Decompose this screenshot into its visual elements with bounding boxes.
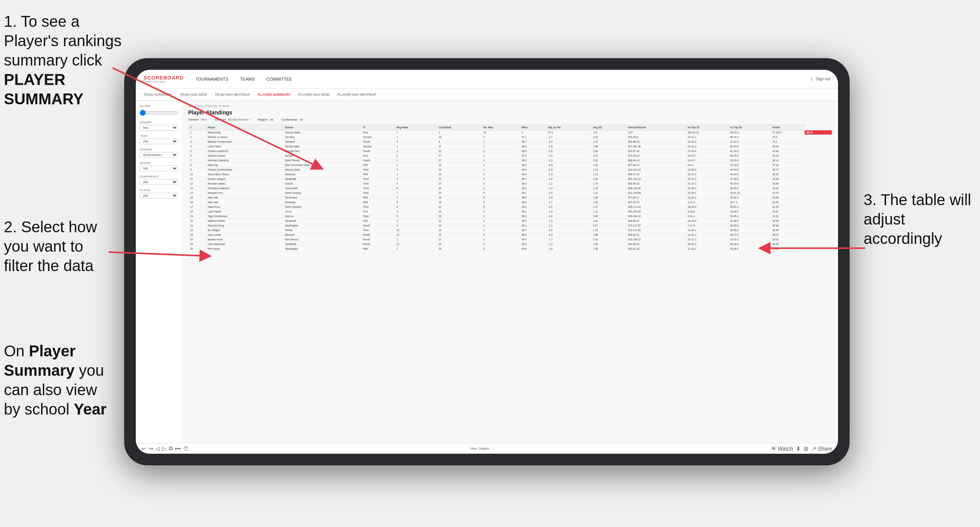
table-row[interactable]: 20Matthew RiedelVanderbiltFifth922368.5-… [189,219,832,223]
annotation-1-number: 1. [4,13,17,30]
table-cell: 26-25-3 [686,205,728,209]
annotation-right: 3. The table will adjust accordingly [864,190,976,248]
table-cell: 40.89 [770,149,805,154]
table-cell: 22-22-0 [728,140,770,144]
table-cell: 68.5 [520,195,546,200]
table-cell: Third [361,228,395,233]
col-no-rds: No. Rds. [482,125,520,130]
table-row[interactable]: 25Cole SherwoodVanderbiltFourth1223169.3… [189,242,832,247]
table-row[interactable]: 12Brendan ValdesAuburnThird527068.4-1.11… [189,181,832,186]
table-row[interactable]: 5Christo LamprechtGeorgia TechFourth2212… [189,149,832,154]
table-cell: 15 [189,195,206,200]
sidebar-player-select[interactable]: (All) [140,193,178,199]
table-cell: -1.8 [546,209,591,214]
sidebar-conference-select[interactable]: (All) [140,179,178,185]
sub-nav-player-h2h-grid[interactable]: PLAYER H2H GRID [298,93,329,97]
table-cell: 2.01 [591,158,626,163]
table-row[interactable]: 4Luke ClatonFlorida StateSecond127268.2-… [189,144,832,149]
table-cell: 11 [395,233,437,237]
table-row[interactable]: 3Michael ThorbjornsenStanfordFourth28168… [189,140,832,144]
table-cell: 7 [395,247,437,251]
redo-button[interactable]: ↪ [149,446,153,452]
more-button[interactable]: ••• [175,446,181,452]
table-row[interactable]: 10Jacob Skov OlesenArkansasFifth123068.4… [189,172,832,177]
table-row[interactable]: 22Ian GilliganFloridaThird1024168.7-0.81… [189,228,832,233]
table-cell: Fourth [361,158,395,163]
table-cell: -3.2 [591,130,626,135]
table-cell: 1.92 [591,200,626,205]
table-cell: 16 [189,200,206,205]
table-cell: -0.8 [546,177,591,181]
sub-nav-team-h2h-grid[interactable]: TEAM H2H GRID [180,93,207,97]
table-row[interactable]: 15Jake HallTennesseeFifth718068.5-1.51.6… [189,195,832,200]
table-row[interactable]: 17David FordNorth CarolinaThird421069.0-… [189,205,832,209]
table-row[interactable]: 9Preston SummerhaysArizona StateThird324… [189,168,832,172]
table-row[interactable]: 18Luke PowellUCLAFirst424069.1-1.81.1250… [189,209,832,214]
table-cell: 1.12 [591,209,626,214]
table-cell: Michael Le Sasso [206,135,283,140]
sidebar-division-select[interactable]: NCAA Division I [140,152,178,158]
table-cell: 50-18-5 [728,181,770,186]
table-row[interactable]: 21Taehoon SongWashingtonFourth423169.1-1… [189,223,832,228]
table-row[interactable]: 8Mats EgeEast Tennessee StateFifth124268… [189,163,832,168]
table-cell: Fifth [361,219,395,223]
table-cell: 562-82-23 [626,247,686,251]
table-cell: 69.4 [520,237,546,242]
table-cell: 514-111-52 [626,228,686,233]
sub-nav-team-h2h-heatmap[interactable]: TEAM H2H HEATMAP [215,93,250,97]
sidebar-region-select[interactable]: N/A [140,166,178,171]
sidebar-year-label: Year [140,135,178,137]
nav-item-teams[interactable]: TEAMS [240,75,255,83]
table-row[interactable]: 13Phichaksn MaichonTexas A&MThird630169.… [189,186,832,191]
sub-nav-player-h2h-heatmap[interactable]: PLAYER H2H HEATMAP [337,93,376,97]
sub-nav-player-summary[interactable]: PLAYER SUMMARY [258,93,291,97]
sub-nav-team-summary[interactable]: TEAM SUMMARY [144,93,172,97]
table-row[interactable]: 26Petr HrubyWashingtonFifth725068.6-1.61… [189,247,832,251]
clock-button[interactable]: ⏱ [183,446,189,452]
table-row[interactable]: 7Nicholas GabrelcikNorth FloridaFourth12… [189,158,832,163]
table-cell: 25 [189,242,206,247]
table-cell: Preston Summerhays [206,168,283,172]
content-area: No Rds. Gender Men Year (All) Divisio [136,101,838,443]
back-button[interactable]: ◁ [156,446,160,452]
table-cell: Fourth [361,223,395,228]
table-row[interactable]: 24Bastien AmatNew MexicoFourth127269.4-1… [189,237,832,242]
table-cell: East Tennessee State [283,163,361,168]
table-row[interactable]: 16Alex GoffKentuckyFifth919068.3-1.71.92… [189,200,832,205]
table-cell: Jackson Koivun [206,154,283,158]
table-cell: 1 [482,154,520,158]
table-cell: 67.1 [520,135,546,140]
sidebar-gender-select[interactable]: Men [140,125,178,131]
table-cell: 1.65 [591,242,626,247]
table-row[interactable]: 2Michael Le SassoOle MissSecond118067.1-… [189,135,832,140]
table-cell: 1.56 [591,247,626,251]
nav-item-committee[interactable]: COMMITTEE [267,75,292,83]
table-cell: 27 [437,154,482,158]
watch-button[interactable]: 👁 Watch [771,446,793,452]
table-row[interactable]: 1Wenyi DingArizona StateFirst1115167.1-3… [189,130,832,135]
copy-button[interactable]: ⧉ [169,445,173,452]
table-cell: 1 [482,223,520,228]
table-cell: 208-86-13 [626,140,686,144]
grid-button[interactable]: ⊞ [804,446,809,452]
table-row[interactable]: 19Tiger ChristensenArizonaThird523269.2-… [189,214,832,219]
table-cell: 20-14-1 [686,172,728,177]
table-row[interactable]: 6Jackson KoivunAuburnFirst227167.3-2.02.… [189,154,832,158]
sign-out-link[interactable]: Sign out [816,77,830,81]
table-cell: 50-19-9 [728,154,770,158]
table-row[interactable]: 23Jack LundinMissouriFourth1124068.6-2.3… [189,233,832,237]
nav-item-tournaments[interactable]: TOURNAMENTS [196,75,229,83]
table-cell: 377-82-17 [626,195,686,200]
table-cell: 31.81 [770,214,805,219]
table-row[interactable]: 11Gordon SargentVanderbiltThird421068.7-… [189,177,832,181]
forward-button[interactable]: ▷ [162,446,166,452]
table-cell: 26-23-1 [686,242,728,247]
table-cell: Texas A&M [283,186,361,191]
table-cell: 14 [189,191,206,195]
table-row[interactable]: 14Maxwell FordNorth CarolinaThird723069.… [189,191,832,195]
sidebar-year-select[interactable]: (All) [140,138,178,144]
download-button[interactable]: ⬇ [796,446,801,452]
undo-button[interactable]: ↩ [142,446,146,452]
share-button[interactable]: ↗ Share [812,446,832,452]
sidebar-no-rds-slider[interactable] [140,110,178,116]
